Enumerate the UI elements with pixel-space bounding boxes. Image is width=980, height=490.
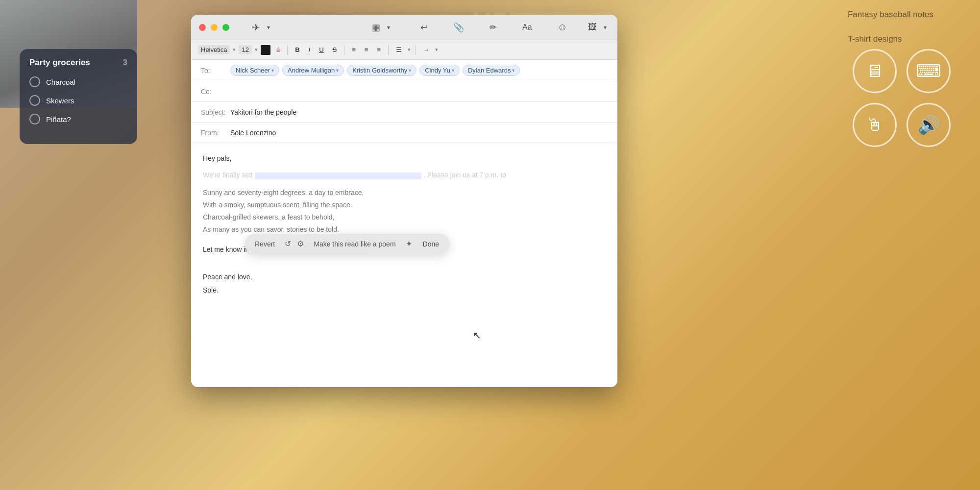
email-body[interactable]: To: Nick Scheer ▾ Andrew Mulligan ▾ Kris… xyxy=(191,60,617,387)
attach-icon[interactable]: 📎 xyxy=(450,20,467,35)
recipient-arrow: ▾ xyxy=(409,68,411,73)
recipient-name: Nick Scheer xyxy=(236,67,270,74)
reminder-checkbox-1[interactable] xyxy=(29,76,40,87)
email-window: ✈ ▾ ▦ ▾ ↩ 📎 ✏ Aa ☺ 🖼 ▾ Helvetica ▾ 12 ▾ … xyxy=(191,15,617,387)
compose-icon[interactable]: ▦ xyxy=(369,20,383,35)
note-item-1[interactable]: Fantasy baseball notes xyxy=(848,10,965,20)
send-icon[interactable]: ✈ xyxy=(249,20,263,35)
text-color-swatch[interactable] xyxy=(261,45,270,55)
recipient-arrow: ▾ xyxy=(512,68,514,73)
recipients-list: Nick Scheer ▾ Andrew Mulligan ▾ Kristin … xyxy=(230,65,520,76)
align-center-button[interactable]: ≡ xyxy=(362,45,371,54)
formatting-bar: Helvetica ▾ 12 ▾ á B I U S ≡ ≡ ≡ ☰ ▾ → ▾ xyxy=(191,40,617,60)
ai-sparkle-icon[interactable]: ✦ xyxy=(406,238,412,250)
list-button[interactable]: ☰ xyxy=(393,45,405,54)
cc-field[interactable]: Cc: xyxy=(191,81,617,102)
reminder-item-1[interactable]: Charcoal xyxy=(29,76,127,87)
ai-toolbar: Revert ↺ ⚙ Make this read like a poem ✦ … xyxy=(245,234,450,254)
reminder-label-3: Piñata? xyxy=(46,115,71,123)
reminder-label-1: Charcoal xyxy=(46,78,75,86)
ai-prompt-text[interactable]: Make this read like a poem xyxy=(310,239,399,249)
font-size-selector[interactable]: 12 xyxy=(239,45,251,54)
body-paragraph-1: We're finally sett. Please join us at 7 … xyxy=(203,170,606,180)
subject-label: Subject: xyxy=(201,108,230,116)
recipient-andrew[interactable]: Andrew Mulligan ▾ xyxy=(282,65,344,76)
poem-section: Sunny and seventy-eight degrees, a day t… xyxy=(203,187,606,236)
greeting: Hey pals, xyxy=(203,153,606,164)
compose-group: ▦ ▾ xyxy=(369,20,393,35)
minimize-button[interactable] xyxy=(211,24,218,31)
control-icons: 🖥 ⌨ 🖱 🔊 xyxy=(853,49,951,147)
send-dropdown-icon[interactable]: ▾ xyxy=(264,22,273,33)
reminder-item-3[interactable]: Piñata? xyxy=(29,114,127,124)
reminder-label-2: Skewers xyxy=(46,97,74,105)
recipient-name: Kristin Goldsworthy xyxy=(352,67,407,74)
strikethrough-button[interactable]: S xyxy=(330,45,340,54)
speaker-icon[interactable]: 🔊 xyxy=(906,103,951,147)
from-label: From: xyxy=(201,129,230,137)
photo-group: 🖼 ▾ xyxy=(585,20,610,34)
separator-1 xyxy=(287,45,288,55)
photo-icon[interactable]: 🖼 xyxy=(585,20,600,34)
recipient-dylan[interactable]: Dylan Edwards ▾ xyxy=(463,65,520,76)
notes-panel: Fantasy baseball notes T-shirt designs xyxy=(848,0,965,59)
font-selector[interactable]: Helvetica xyxy=(198,45,230,54)
poem-line-2: With a smoky, sumptuous scent, filling t… xyxy=(203,199,606,211)
ai-refresh-icon[interactable]: ↺ xyxy=(285,238,291,250)
sign-off: Peace and love, xyxy=(203,271,606,282)
reminders-title: Party groceries xyxy=(29,58,90,68)
signature: Sole. xyxy=(203,285,606,295)
send-group: ✈ ▾ xyxy=(249,20,273,35)
title-bar: ✈ ▾ ▦ ▾ ↩ 📎 ✏ Aa ☺ 🖼 ▾ xyxy=(191,15,617,40)
reminders-header: Party groceries 3 xyxy=(29,58,127,68)
recipient-kristin[interactable]: Kristin Goldsworthy ▾ xyxy=(347,65,416,76)
to-field: To: Nick Scheer ▾ Andrew Mulligan ▾ Kris… xyxy=(191,60,617,81)
note-item-2[interactable]: T-shirt designs xyxy=(848,34,965,44)
ai-gear-icon[interactable]: ⚙ xyxy=(297,238,304,250)
reminders-count: 3 xyxy=(123,58,127,68)
separator-2 xyxy=(344,45,344,55)
emoji-icon[interactable]: ☺ xyxy=(555,20,570,35)
photo-dropdown-icon[interactable]: ▾ xyxy=(601,22,610,33)
align-right-button[interactable]: ≡ xyxy=(374,45,384,54)
reminder-checkbox-3[interactable] xyxy=(29,114,40,124)
reminder-checkbox-2[interactable] xyxy=(29,95,40,106)
compose-dropdown-icon[interactable]: ▾ xyxy=(384,22,393,33)
recipient-arrow: ▾ xyxy=(271,68,274,73)
recipient-name: Cindy Yu xyxy=(425,67,450,74)
italic-button[interactable]: I xyxy=(306,45,314,54)
maximize-button[interactable] xyxy=(222,24,229,31)
from-field: From: Sole Lorenzino xyxy=(191,122,617,143)
email-content-area[interactable]: Hey pals, We're finally sett. Please joi… xyxy=(191,143,617,305)
from-value: Sole Lorenzino xyxy=(230,129,276,137)
subject-value[interactable]: Yakitori for the people xyxy=(230,108,296,116)
done-button[interactable]: Done xyxy=(418,237,444,251)
note-edit-icon[interactable]: ✏ xyxy=(487,20,500,35)
reminders-widget: Party groceries 3 Charcoal Skewers Piñat… xyxy=(20,49,137,144)
to-label: To: xyxy=(201,67,230,74)
recipient-arrow: ▾ xyxy=(336,68,339,73)
bold-button[interactable]: B xyxy=(292,45,302,54)
recipient-name: Dylan Edwards xyxy=(468,67,511,74)
reminder-item-2[interactable]: Skewers xyxy=(29,95,127,106)
separator-3 xyxy=(388,45,389,55)
underline-button[interactable]: U xyxy=(316,45,326,54)
recipient-cindy[interactable]: Cindy Yu ▾ xyxy=(419,65,460,76)
poem-line-1: Sunny and seventy-eight degrees, a day t… xyxy=(203,187,606,199)
separator-4 xyxy=(415,45,416,55)
mouse-icon[interactable]: 🖱 xyxy=(853,103,897,147)
recipient-nick[interactable]: Nick Scheer ▾ xyxy=(230,65,279,76)
revert-button[interactable]: Revert xyxy=(251,237,279,251)
clear-format-icon[interactable]: á xyxy=(273,45,283,54)
font-icon[interactable]: Aa xyxy=(519,21,535,34)
indent-button[interactable]: → xyxy=(420,45,432,54)
recipient-arrow: ▾ xyxy=(452,68,454,73)
reply-icon[interactable]: ↩ xyxy=(417,20,431,35)
cc-label: Cc: xyxy=(201,88,230,96)
subject-field: Subject: Yakitori for the people xyxy=(191,102,617,122)
align-left-button[interactable]: ≡ xyxy=(349,45,359,54)
recipient-name: Andrew Mulligan xyxy=(288,67,335,74)
close-button[interactable] xyxy=(199,24,206,31)
poem-line-3: Charcoal-grilled skewers, a feast to beh… xyxy=(203,211,606,223)
